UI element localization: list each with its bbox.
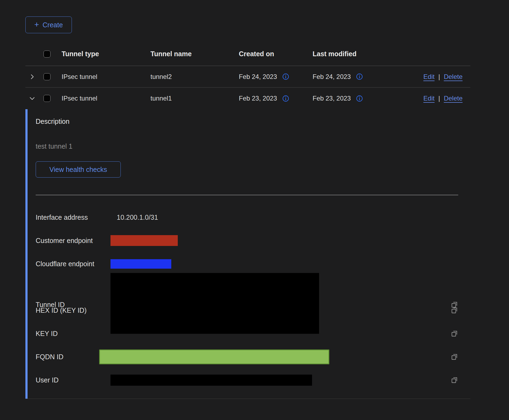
detail-label: KEY ID <box>36 330 110 338</box>
info-icon[interactable] <box>282 95 289 102</box>
plus-icon: + <box>34 21 39 29</box>
tunnel-name-cell: tunnel1 <box>150 95 239 102</box>
detail-row-user-id: User ID <box>36 368 458 392</box>
row-checkbox[interactable] <box>43 73 51 80</box>
action-separator: | <box>438 95 440 102</box>
redacted-value-green <box>99 349 329 364</box>
action-separator: | <box>438 73 440 81</box>
detail-label: User ID <box>36 376 110 384</box>
detail-label: Customer endpoint <box>36 237 110 245</box>
chevron-down-icon[interactable] <box>28 94 36 102</box>
header-created-on: Created on <box>239 50 313 58</box>
tunnel-type-cell: IPsec tunnel <box>62 95 150 102</box>
detail-row-cloudflare-endpoint: Cloudflare endpoint <box>36 252 458 275</box>
copy-icon[interactable] <box>451 353 458 361</box>
delete-link[interactable]: Delete <box>444 73 463 81</box>
view-health-checks-button[interactable]: View health checks <box>36 161 121 178</box>
edit-link[interactable]: Edit <box>423 95 434 102</box>
tunnels-table: Tunnel type Tunnel name Created on Last … <box>25 42 470 399</box>
copy-icon[interactable] <box>451 376 458 384</box>
chevron-right-icon[interactable] <box>28 73 36 81</box>
header-tunnel-type: Tunnel type <box>62 50 150 58</box>
row-checkbox[interactable] <box>43 95 51 102</box>
last-modified-cell: Feb 24, 2023 <box>313 73 351 81</box>
copy-icon[interactable] <box>451 306 458 314</box>
panel-divider <box>36 195 458 195</box>
select-all-checkbox[interactable] <box>43 51 51 58</box>
copy-icon[interactable] <box>451 330 458 337</box>
tunnel-detail-list: Interface address 10.200.1.0/31 Customer… <box>36 206 458 392</box>
create-button[interactable]: + Create <box>25 16 72 33</box>
delete-link[interactable]: Delete <box>444 95 463 102</box>
table-row: IPsec tunnel tunnel1 Feb 23, 2023 Feb 23… <box>25 88 470 109</box>
interface-address-value: 10.200.1.0/31 <box>110 214 451 221</box>
info-icon[interactable] <box>356 73 363 80</box>
description-label: Description <box>36 117 458 125</box>
edit-link[interactable]: Edit <box>423 73 434 81</box>
tunnel-type-cell: IPsec tunnel <box>62 73 150 81</box>
redacted-value-red <box>110 235 178 246</box>
tunnel-details-panel: Description test tunnel 1 View health ch… <box>25 109 470 399</box>
tunnels-page: + Create Tunnel type Tunnel name Created… <box>0 0 509 399</box>
info-icon[interactable] <box>356 95 363 102</box>
last-modified-cell: Feb 23, 2023 <box>313 95 351 102</box>
detail-row-customer-endpoint: Customer endpoint <box>36 229 458 252</box>
detail-row-tunnel-id: Tunnel ID <box>36 275 458 299</box>
header-tunnel-name: Tunnel name <box>150 50 239 58</box>
tunnel-name-cell: tunnel2 <box>150 73 239 81</box>
created-on-cell: Feb 24, 2023 <box>239 73 277 81</box>
header-last-modified: Last modified <box>313 50 416 58</box>
detail-label: Cloudflare endpoint <box>36 260 110 268</box>
redacted-value-black <box>110 273 319 334</box>
redacted-value-black <box>110 375 312 386</box>
table-row: IPsec tunnel tunnel2 Feb 24, 2023 Feb 24… <box>25 66 470 88</box>
description-text: test tunnel 1 <box>36 142 458 150</box>
detail-label: Interface address <box>36 214 110 221</box>
detail-label: HEX ID (KEY ID) <box>36 306 110 314</box>
table-header-row: Tunnel type Tunnel name Created on Last … <box>25 42 470 66</box>
detail-row-interface-address: Interface address 10.200.1.0/31 <box>36 206 458 229</box>
created-on-cell: Feb 23, 2023 <box>239 95 277 102</box>
create-button-label: Create <box>43 21 63 29</box>
redacted-value-blue <box>110 259 171 269</box>
table-bottom-divider <box>25 399 470 399</box>
detail-row-fqdn-id: FQDN ID <box>36 345 458 368</box>
info-icon[interactable] <box>282 73 289 80</box>
